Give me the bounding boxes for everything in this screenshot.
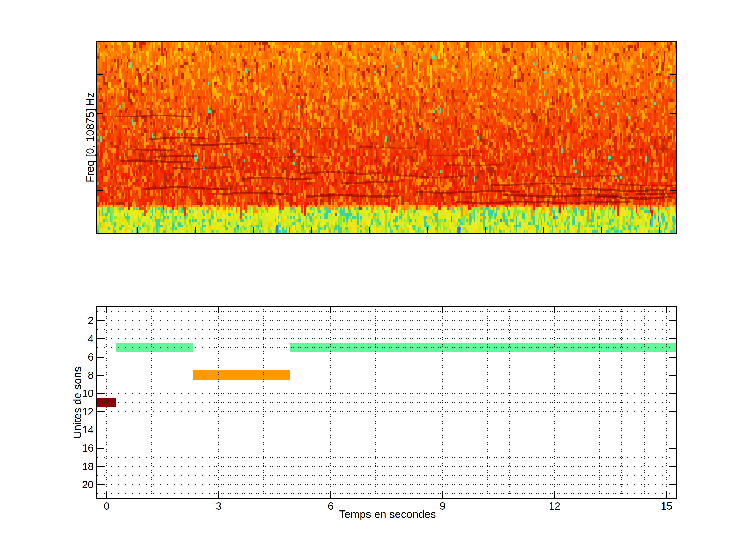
y-gridline bbox=[97, 484, 676, 485]
x-tick-label: 12 bbox=[539, 500, 570, 512]
spectrogram-y-tick bbox=[97, 190, 103, 191]
y-gridline bbox=[97, 475, 676, 476]
y-gridline bbox=[97, 411, 676, 412]
y-gridline bbox=[97, 320, 676, 321]
x-tick bbox=[218, 491, 219, 498]
y-gridline bbox=[97, 329, 676, 330]
spectrogram-y-tick bbox=[97, 113, 103, 114]
y-gridline bbox=[97, 402, 676, 403]
y-gridline bbox=[97, 448, 676, 448]
spectrogram-x-tick bbox=[601, 226, 602, 233]
y-tick-label: 4 bbox=[69, 333, 94, 344]
spectrogram-y-tick bbox=[670, 190, 676, 191]
x-tick-label: 3 bbox=[203, 500, 234, 512]
x-tick-label: 9 bbox=[427, 500, 458, 512]
y-gridline bbox=[97, 430, 676, 430]
y-gridline bbox=[97, 366, 676, 366]
y-gridline bbox=[97, 338, 676, 339]
x-tick-top bbox=[554, 307, 555, 314]
y-tick-label: 20 bbox=[69, 479, 94, 490]
spectrogram-x-tick bbox=[369, 226, 370, 233]
y-tick-right bbox=[669, 411, 676, 412]
x-tick-top bbox=[442, 307, 443, 314]
y-gridline bbox=[97, 421, 676, 421]
y-tick bbox=[97, 430, 104, 430]
x-tick bbox=[331, 491, 331, 498]
y-gridline bbox=[97, 466, 676, 466]
y-tick-label: 14 bbox=[69, 424, 94, 435]
y-tick-label: 6 bbox=[69, 351, 94, 363]
y-tick bbox=[97, 375, 104, 376]
spectrogram-x-tick bbox=[137, 226, 138, 233]
y-tick-label: 18 bbox=[69, 461, 94, 472]
spectrogram-x-tick bbox=[485, 226, 486, 233]
y-tick bbox=[97, 320, 104, 321]
y-tick-label: 16 bbox=[69, 442, 94, 454]
x-tick bbox=[442, 491, 443, 498]
x-tick bbox=[106, 491, 107, 498]
y-gridline bbox=[97, 347, 676, 348]
x-tick-label: 0 bbox=[91, 500, 122, 512]
y-gridline bbox=[97, 375, 676, 375]
y-tick bbox=[97, 357, 104, 357]
y-tick bbox=[97, 448, 104, 449]
y-tick-right bbox=[669, 357, 676, 357]
y-tick-right bbox=[669, 466, 676, 467]
x-tick-top bbox=[218, 307, 219, 314]
x-tick bbox=[554, 491, 555, 498]
y-tick-label: 8 bbox=[69, 369, 94, 381]
y-tick bbox=[97, 393, 104, 394]
y-gridline bbox=[97, 384, 676, 384]
y-gridline bbox=[97, 439, 676, 439]
y-tick bbox=[97, 484, 104, 485]
spectrogram-x-tick bbox=[253, 226, 254, 233]
spectrogram-ylabel: Freq [0, 10875] Hz bbox=[84, 92, 97, 183]
y-tick-right bbox=[669, 338, 676, 339]
units-plot-axes bbox=[97, 306, 677, 499]
y-tick-label: 12 bbox=[69, 406, 94, 418]
spectrogram-y-tick bbox=[670, 113, 676, 114]
y-tick-label: 10 bbox=[69, 388, 94, 399]
y-gridline bbox=[97, 494, 676, 494]
y-tick bbox=[97, 338, 104, 339]
y-gridline bbox=[97, 457, 676, 458]
spectrogram-x-tick bbox=[427, 226, 428, 233]
spectrogram-y-tick bbox=[97, 153, 103, 154]
x-tick-label: 15 bbox=[651, 500, 682, 512]
spectrogram-x-tick bbox=[543, 226, 544, 233]
y-gridline bbox=[97, 311, 676, 312]
y-tick-right bbox=[669, 448, 676, 449]
spectrogram-x-tick bbox=[195, 226, 196, 233]
y-tick-label: 2 bbox=[69, 315, 94, 326]
spectrogram-axes bbox=[97, 41, 677, 234]
spectrogram-canvas bbox=[97, 42, 676, 233]
spectrogram-y-tick bbox=[670, 153, 676, 154]
y-tick bbox=[97, 466, 104, 467]
y-tick-right bbox=[669, 430, 676, 430]
plot-xlabel: Temps en secondes bbox=[339, 508, 436, 521]
spectrogram-x-tick bbox=[311, 226, 312, 233]
x-tick-top bbox=[666, 307, 667, 314]
matlab-figure: Freq [0, 10875] Hz Unites de sons Temps … bbox=[0, 0, 747, 560]
x-tick-label: 6 bbox=[315, 500, 346, 512]
y-tick-right bbox=[669, 375, 676, 376]
y-gridline bbox=[97, 357, 676, 357]
y-tick-right bbox=[669, 320, 676, 321]
y-tick-right bbox=[669, 484, 676, 485]
spectrogram-y-tick bbox=[97, 74, 103, 75]
y-tick bbox=[97, 411, 104, 412]
x-tick-top bbox=[331, 307, 331, 314]
y-gridline bbox=[97, 393, 676, 394]
x-tick bbox=[666, 491, 667, 498]
spectrogram-x-tick bbox=[659, 226, 660, 233]
spectrogram-y-tick bbox=[670, 74, 676, 75]
x-tick-top bbox=[106, 307, 107, 314]
y-tick-right bbox=[669, 393, 676, 394]
